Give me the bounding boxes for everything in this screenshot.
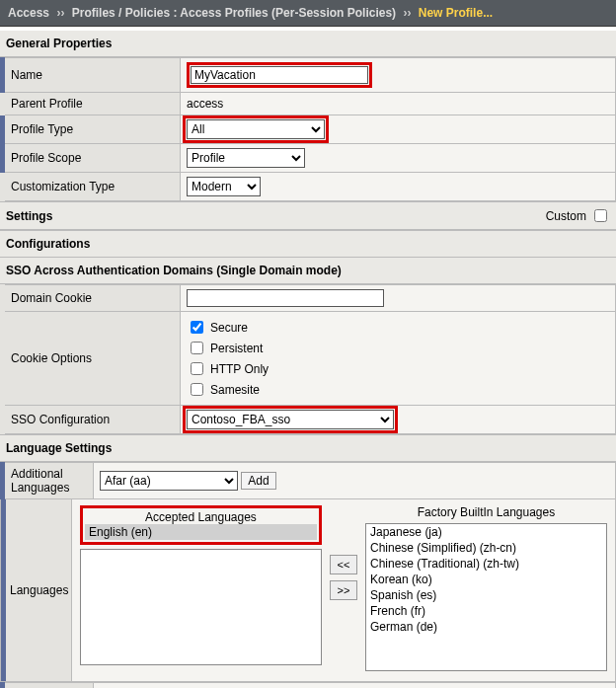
samesite-checkbox[interactable] xyxy=(191,383,203,396)
default-lang-label: Default Language xyxy=(3,683,94,689)
profile-scope-select[interactable]: Profile xyxy=(187,148,305,168)
move-right-button[interactable]: >> xyxy=(330,580,357,600)
persistent-checkbox[interactable] xyxy=(191,342,203,354)
custom-label: Custom xyxy=(546,209,586,223)
breadcrumb: Access ›› Profiles / Policies : Access P… xyxy=(0,0,616,27)
add-language-button[interactable]: Add xyxy=(241,472,275,490)
scope-label: Profile Scope xyxy=(3,144,181,173)
accepted-listbox[interactable] xyxy=(80,549,322,665)
accepted-highlight: Accepted Languages English (en) xyxy=(80,505,322,545)
name-input[interactable] xyxy=(191,66,368,84)
domain-cookie-label: Domain Cookie xyxy=(3,285,181,312)
section-configurations: Configurations xyxy=(0,230,616,258)
section-language: Language Settings xyxy=(0,434,616,462)
section-settings: Settings Custom xyxy=(0,201,616,230)
list-item[interactable]: French (fr) xyxy=(366,603,606,619)
httponly-checkbox[interactable] xyxy=(191,362,203,375)
general-form: Name Parent Profile access Profile Type … xyxy=(0,57,616,201)
breadcrumb-sep: ›› xyxy=(56,6,64,20)
add-lang-form: Additional Languages Afar (aa) Add xyxy=(0,462,616,499)
cookie-opts-label: Cookie Options xyxy=(3,312,181,406)
customization-type-select[interactable]: Modern xyxy=(187,177,261,196)
parent-label: Parent Profile xyxy=(3,93,181,115)
custom-checkbox[interactable] xyxy=(594,209,607,222)
cust-label: Customization Type xyxy=(3,173,181,201)
sso-conf-label: SSO Configuration xyxy=(3,406,181,434)
section-general: General Properties xyxy=(0,31,616,57)
accepted-languages-col: Accepted Languages English (en) xyxy=(80,505,322,665)
secure-label: Secure xyxy=(210,321,248,335)
type-label: Profile Type xyxy=(3,115,181,144)
httponly-label: HTTP Only xyxy=(210,362,269,376)
settings-title: Settings xyxy=(6,209,52,223)
sso-subheader: SSO Across Authentication Domains (Singl… xyxy=(0,258,616,284)
factory-languages-col: Factory BuiltIn Languages Japanese (ja) … xyxy=(365,505,607,671)
breadcrumb-root[interactable]: Access xyxy=(8,6,49,20)
persistent-label: Persistent xyxy=(210,342,263,355)
languages-label: Languages xyxy=(1,499,72,681)
list-item[interactable]: Korean (ko) xyxy=(366,572,606,587)
breadcrumb-current: New Profile... xyxy=(419,6,493,20)
move-left-button[interactable]: << xyxy=(330,555,357,574)
samesite-label: Samesite xyxy=(210,383,260,397)
parent-value: access xyxy=(181,93,616,115)
secure-checkbox[interactable] xyxy=(191,321,203,334)
breadcrumb-sep: ›› xyxy=(403,6,411,20)
list-item[interactable]: Chinese (Traditional) (zh-tw) xyxy=(366,556,606,572)
accepted-title: Accepted Languages xyxy=(85,510,317,524)
accepted-item[interactable]: English (en) xyxy=(85,524,317,540)
additional-languages-select[interactable]: Afar (aa) xyxy=(100,471,238,491)
factory-title: Factory BuiltIn Languages xyxy=(365,505,607,519)
sso-configuration-select[interactable]: Contoso_FBA_sso xyxy=(187,410,394,429)
name-label: Name xyxy=(3,58,181,93)
list-item[interactable]: Japanese (ja) xyxy=(366,524,606,540)
add-lang-label: Additional Languages xyxy=(3,463,94,499)
domain-cookie-input[interactable] xyxy=(187,289,384,307)
default-lang-form: Default Language English (en) xyxy=(0,682,616,688)
factory-listbox[interactable]: Japanese (ja) Chinese (Simplified) (zh-c… xyxy=(365,523,607,671)
list-item[interactable]: Spanish (es) xyxy=(366,587,606,603)
list-item[interactable]: Chinese (Simplified) (zh-cn) xyxy=(366,540,606,556)
sso-form: Domain Cookie Cookie Options Secure Pers… xyxy=(0,284,616,434)
list-item[interactable]: German (de) xyxy=(366,619,606,635)
profile-type-select[interactable]: All xyxy=(187,119,325,139)
breadcrumb-path[interactable]: Profiles / Policies : Access Profiles (P… xyxy=(72,6,396,20)
